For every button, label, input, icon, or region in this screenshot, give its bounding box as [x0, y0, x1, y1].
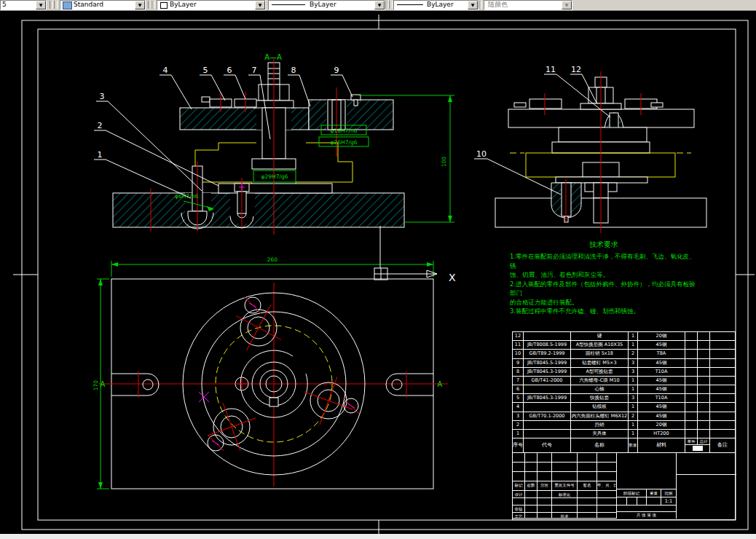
balloon-3: 3: [100, 92, 105, 101]
title-block-right: [676, 453, 736, 519]
plan-slot-right: [386, 371, 433, 398]
balloon-10: 10: [476, 149, 487, 159]
bom-header-total: 总计: [698, 438, 709, 444]
bom-name: 钻模板: [571, 403, 629, 411]
color-swatch-icon: [160, 2, 168, 9]
bom-no: 8: [513, 368, 524, 376]
table-row: 10GB/T89.2-1999圆柱销 5x182T8A: [513, 350, 735, 358]
section-mark-right: A: [438, 380, 443, 388]
tb-change-file: 更改文件号: [552, 481, 578, 491]
bom-header-material: 材料: [638, 438, 685, 452]
bom-material: 45钢: [638, 412, 685, 420]
bom-code: GB/T70.1-2000: [524, 412, 571, 420]
table-row: 1夹具体1HT200: [513, 430, 735, 438]
bom-code: JB/T8008.5-1999: [524, 341, 571, 349]
cad-application: { "toolbar": { "layer_value": "5", "styl…: [0, 0, 756, 539]
plan-view: A A 260 170: [92, 256, 448, 489]
title-block-middle: 阶段标记 重量 比例 1:1 共 张 第 张: [617, 453, 676, 519]
table-row: 5JB/T8045.3-1999快换钻套3T10A: [513, 394, 735, 403]
table-row: 11JB/T8008.5-1999A型快换垫圈 A10X35145钢: [513, 341, 735, 350]
bom-name: 钻套螺钉 M5×3: [571, 359, 629, 367]
bom-code: JB/T8045.5-1999: [524, 359, 571, 367]
bom-code: GB/T41-2000: [524, 377, 571, 385]
title-block-revision-grid: 标记 处数 分区 更改文件号 签名 年、月、日 设计 标准化 审核 工艺 批准: [513, 453, 617, 519]
bom-header-weight-label: 重量: [693, 446, 703, 451]
lineweight-control-combo[interactable]: ByLayer ▼: [393, 0, 479, 10]
tb-weight-label: 重量: [647, 489, 661, 497]
color-control-combo[interactable]: ByLayer ▼: [157, 0, 266, 10]
toolbar-separator: [151, 1, 155, 9]
template-screws: [202, 97, 256, 107]
bom-no: 12: [513, 332, 524, 340]
x-axis-label: X: [449, 272, 456, 283]
bom-material: 45钢: [638, 385, 685, 393]
balloon-8: 8: [291, 66, 296, 75]
plan-dimensions: 260 170: [92, 256, 433, 489]
tb-scale-label: 比例: [661, 489, 676, 497]
dim-phi26: φ26H7/g6: [331, 139, 358, 146]
bom-no: 11: [513, 341, 524, 349]
base-plate-section: [113, 193, 404, 227]
linetype-combo-arrow-icon[interactable]: ▼: [374, 1, 385, 9]
section-view-aa: A—A: [94, 53, 454, 235]
bom-header-unit: 单件: [685, 438, 698, 444]
plan-slot-left: [111, 371, 159, 398]
bom-qty: 1: [629, 341, 638, 349]
top-toolbar: 5 ▼ Standard ▼ ByLayer ▼ ByLayer ▼ ByLay…: [0, 0, 756, 11]
technical-requirements: 技术要求 1.零件在装配前必须清理和清洗干净，不得有毛刺、飞边、氧化皮、锈 蚀、…: [510, 240, 698, 316]
section-title: A—A: [264, 53, 282, 61]
bom-qty: 2: [629, 412, 638, 420]
layer-combo-arrow-icon[interactable]: ▼: [36, 1, 46, 9]
section-balloons: 1 2 3 4 5 6 7 8 9: [94, 66, 353, 198]
bom-header-no: 序号: [513, 438, 524, 452]
table-row: 2挡销120钢: [513, 421, 735, 430]
tech-note-line: 3.装配过程中零件不允许磕、碰、划伤和锈蚀。: [510, 307, 698, 316]
dim-phi18: φ18H7/n6: [331, 127, 358, 134]
bom-qty: 1: [629, 332, 638, 340]
balloon-12: 12: [571, 65, 581, 74]
title-block: 标记 处数 分区 更改文件号 签名 年、月、日 设计 标准化 审核 工艺 批准 …: [512, 453, 736, 520]
layer-combo-value: 5: [2, 1, 7, 9]
bom-code: [524, 332, 571, 340]
bom-qty: 1: [629, 385, 638, 393]
bom-material: T10A: [638, 394, 685, 402]
tb-scale-value: 1:1: [661, 497, 676, 505]
style-combo-arrow-icon[interactable]: ▼: [135, 1, 145, 9]
tb-standardize: 标准化: [552, 491, 578, 498]
lineweight-combo-arrow-icon[interactable]: ▼: [468, 1, 478, 9]
text-style-combo[interactable]: Standard ▼: [60, 0, 146, 10]
side-view: 10 11 12: [474, 65, 706, 233]
bom-qty: 1: [629, 377, 638, 385]
tb-sign: 签名: [578, 481, 597, 491]
dim-height-100: 100: [441, 157, 447, 168]
bom-name: 夹具体: [571, 430, 629, 438]
layer-combo[interactable]: 5 ▼: [0, 0, 47, 10]
bom-code: JB/T8045.3-1999: [524, 368, 571, 376]
bom-header-code: 代号: [524, 438, 571, 452]
linetype-control-combo[interactable]: ByLayer ▼: [268, 0, 385, 10]
bom-no: 7: [513, 377, 524, 385]
toolbar-separator: [389, 1, 393, 9]
balloon-6: 6: [227, 66, 232, 75]
ucs-axis-marker: X: [374, 226, 456, 283]
toolbar-separator: [479, 1, 482, 9]
tb-audit: 审核: [513, 505, 525, 513]
tb-zone: 分区: [538, 481, 552, 491]
bom-header-remark: 备注: [710, 438, 735, 452]
bom-qty: 1: [629, 430, 638, 438]
balloon-2: 2: [98, 121, 103, 130]
bom-qty: 3: [629, 359, 638, 367]
table-row: 7GB/T41-2000六角螺母-C级 M10145钢: [513, 377, 735, 385]
bom-header: 序号 代号 名称 数量 材料 单件 总计 重量 备注: [513, 438, 735, 452]
bom-name: 挡销: [571, 421, 629, 429]
tb-mark: 标记: [513, 481, 525, 491]
bom-material: 45钢: [638, 359, 685, 367]
bom-code: JB/T8045.3-1999: [524, 394, 571, 402]
bom-material: T10A: [638, 368, 685, 376]
bom-code: [524, 403, 571, 411]
bom-name: 内六角圆柱头螺钉 M6X12: [571, 412, 629, 420]
color-combo-arrow-icon[interactable]: ▼: [255, 1, 265, 9]
toolbar-separator: [54, 1, 58, 9]
keyway: [269, 398, 278, 406]
tech-note-line: 2.进入装配的零件及部件（包括外购件、外协件），均必须具有检验部门: [510, 280, 698, 298]
